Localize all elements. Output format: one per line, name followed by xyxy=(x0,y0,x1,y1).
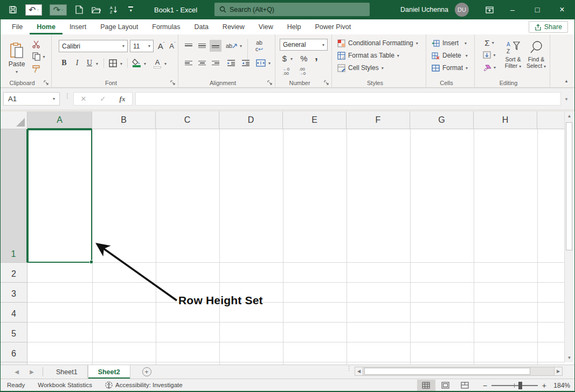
clipboard-dialog-launcher-icon[interactable] xyxy=(44,80,49,86)
new-sheet-icon[interactable]: + xyxy=(142,367,151,376)
accounting-dropdown-icon[interactable]: ▾ xyxy=(290,57,293,61)
wrap-text-button[interactable]: abc↩ xyxy=(252,39,267,53)
zoom-slider[interactable] xyxy=(491,385,538,386)
paste-dropdown-icon[interactable]: ▾ xyxy=(16,69,18,74)
format-painter-button[interactable] xyxy=(30,64,42,74)
column-header-h[interactable]: H xyxy=(474,111,537,129)
middle-align-button[interactable] xyxy=(196,40,208,52)
fill-button[interactable]: ▾ xyxy=(480,50,498,60)
orientation-dropdown-icon[interactable]: ▾ xyxy=(240,44,242,48)
tab-view[interactable]: View xyxy=(252,19,280,34)
grid-row-5[interactable] xyxy=(27,323,564,342)
undo-button[interactable]: ↶▾ xyxy=(25,4,42,16)
cancel-icon[interactable]: ✕ xyxy=(74,95,93,103)
alignment-dialog-launcher-icon[interactable] xyxy=(267,80,273,86)
close-button[interactable]: × xyxy=(550,0,574,19)
row-header-4[interactable]: 4 xyxy=(1,303,27,323)
sheet-tab-sheet2[interactable]: Sheet2 xyxy=(88,365,130,379)
avatar[interactable]: DU xyxy=(455,3,469,17)
selected-cell-a1[interactable] xyxy=(27,129,92,263)
scroll-right-icon[interactable]: ▶ xyxy=(554,367,562,375)
decrease-indent-button[interactable] xyxy=(225,57,238,69)
increase-indent-button[interactable] xyxy=(239,57,252,69)
page-break-view-icon[interactable] xyxy=(456,380,474,391)
decrease-font-size-button[interactable]: Aˇ xyxy=(167,40,178,52)
share-button[interactable]: Share xyxy=(529,21,568,33)
row-header-5[interactable]: 5 xyxy=(1,323,27,342)
zoom-slider-thumb[interactable] xyxy=(518,382,522,389)
formula-input[interactable] xyxy=(135,92,561,106)
accessibility-button[interactable]: Accessibility: Investigate xyxy=(99,379,189,391)
delete-cells-button[interactable]: Delete▾ xyxy=(431,50,469,61)
top-align-button[interactable] xyxy=(183,40,195,52)
page-layout-view-icon[interactable] xyxy=(437,380,455,391)
underline-button[interactable]: U xyxy=(84,57,95,69)
tab-data[interactable]: Data xyxy=(187,19,215,34)
tab-file[interactable]: File xyxy=(5,19,30,34)
row-header-6[interactable]: 6 xyxy=(1,342,27,362)
grid-row-2[interactable] xyxy=(27,263,564,283)
zoom-out-icon[interactable]: − xyxy=(483,381,487,390)
horizontal-scrollbar[interactable]: ◀ ▶ xyxy=(355,367,563,376)
orientation-button[interactable]: ab xyxy=(225,40,239,52)
decrease-decimal-button[interactable]: .00→0 xyxy=(296,66,309,78)
percent-style-button[interactable]: % xyxy=(299,53,309,64)
zoom-in-icon[interactable]: + xyxy=(542,381,546,390)
horizontal-scroll-thumb[interactable] xyxy=(364,368,530,375)
column-header-partial[interactable] xyxy=(537,111,564,129)
column-header-b[interactable]: B xyxy=(92,111,156,129)
grid-row-4[interactable] xyxy=(27,303,564,323)
scroll-down-icon[interactable]: ▼ xyxy=(565,353,574,362)
grid-row-1[interactable] xyxy=(27,129,564,263)
format-as-table-button[interactable]: Format as Table▾ xyxy=(336,50,400,61)
insert-cells-button[interactable]: Insert▾ xyxy=(431,38,468,48)
format-cells-button[interactable]: Format▾ xyxy=(431,62,469,73)
tab-review[interactable]: Review xyxy=(216,19,252,34)
clear-button[interactable]: ▾ xyxy=(480,62,498,73)
comma-style-button[interactable]: , xyxy=(312,51,321,61)
sheet-nav-right-icon[interactable]: ▶ xyxy=(24,365,39,379)
sheet-tab-sheet1[interactable]: Sheet1 xyxy=(46,365,88,379)
number-format-select[interactable]: General▾ xyxy=(280,39,328,51)
font-color-dropdown-icon[interactable]: ▾ xyxy=(164,61,167,66)
italic-button[interactable]: I xyxy=(72,57,82,69)
select-all-button[interactable] xyxy=(1,111,27,129)
tab-formulas[interactable]: Formulas xyxy=(145,19,187,34)
row-header-2[interactable]: 2 xyxy=(1,263,27,283)
merge-center-dropdown-icon[interactable]: ▾ xyxy=(268,61,271,66)
fill-color-button[interactable] xyxy=(130,57,142,69)
cut-button[interactable] xyxy=(30,39,42,50)
find-select-button[interactable]: Find &Select ▾ xyxy=(525,37,547,73)
scroll-left-icon[interactable]: ◀ xyxy=(355,367,363,375)
borders-button[interactable] xyxy=(107,57,119,69)
enter-icon[interactable]: ✓ xyxy=(93,95,113,103)
formula-bar-handle[interactable]: ⋮ xyxy=(64,94,71,97)
grid-row-3[interactable] xyxy=(27,283,564,303)
column-header-d[interactable]: D xyxy=(219,111,283,129)
sort-filter-button[interactable]: AZ Sort &Filter ▾ xyxy=(503,37,523,73)
font-family-select[interactable]: Calibri▾ xyxy=(59,40,128,52)
fill-handle[interactable] xyxy=(89,260,93,264)
undo-dropdown-icon[interactable]: ▾ xyxy=(37,8,39,12)
font-size-select[interactable]: 11▾ xyxy=(130,40,154,52)
normal-view-icon[interactable] xyxy=(417,380,435,391)
column-header-g[interactable]: G xyxy=(410,111,474,129)
user-name[interactable]: Daniel Uchenna xyxy=(400,6,448,13)
column-header-c[interactable]: C xyxy=(156,111,219,129)
search-input[interactable]: Search (Alt+Q) xyxy=(214,3,370,16)
tab-insert[interactable]: Insert xyxy=(63,19,93,34)
row-header-1[interactable]: 1 xyxy=(1,129,27,263)
font-dialog-launcher-icon[interactable] xyxy=(170,80,176,86)
column-header-e[interactable]: E xyxy=(283,111,347,129)
zoom-level[interactable]: 184% xyxy=(548,382,570,389)
tab-page-layout[interactable]: Page Layout xyxy=(93,19,145,34)
sort-az-icon[interactable]: AZ xyxy=(109,5,119,15)
save-icon[interactable] xyxy=(8,5,18,15)
redo-dropdown-icon[interactable]: ▾ xyxy=(61,8,64,12)
font-color-button[interactable]: A xyxy=(152,57,163,69)
increase-font-size-button[interactable]: Aˆ xyxy=(156,40,167,52)
bottom-align-button[interactable] xyxy=(210,40,221,52)
tabbar-splitter[interactable]: ⋮ xyxy=(346,367,352,370)
vertical-scrollbar[interactable]: ▲ ▼ xyxy=(564,111,573,362)
cells-area[interactable]: Row Height Set xyxy=(27,129,564,365)
